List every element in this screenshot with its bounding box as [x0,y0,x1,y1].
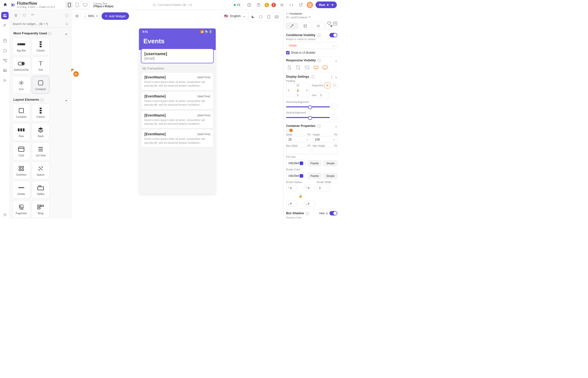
avatar[interactable] [307,2,313,8]
preview-icon[interactable] [257,14,264,20]
widget-stack[interactable]: Stack [32,123,50,141]
zoom-in[interactable]: + [96,14,98,18]
width-input[interactable]: 25∞ [286,136,311,143]
language-selector[interactable]: 🇺🇸English⌄ [221,12,249,20]
zoom-out[interactable]: − [84,14,86,18]
nav-media-icon[interactable] [1,67,9,74]
widget-card[interactable]: Card [12,142,30,160]
edit-id-icon[interactable]: ✎ [309,16,311,19]
palette-button[interactable]: Palette [308,160,321,166]
expansion-icon-2[interactable] [331,82,337,88]
event-card[interactable]: [EventName][dateTime]Event Lorem ipsum d… [141,73,213,90]
v-align-value[interactable] [331,114,337,120]
widget-wrap[interactable]: Wrap [32,200,50,218]
widget-switchlisttile[interactable]: SwitchListTile [12,57,30,74]
nav-tree-icon[interactable] [1,22,9,29]
palette-button[interactable]: Palette [308,173,321,179]
dark-mode-icon[interactable] [249,14,256,20]
widget-column2[interactable]: Column [32,104,50,121]
event-card[interactable]: [EventName][dateTime]Event Lorem ipsum d… [141,111,213,128]
nav-storage-icon[interactable] [1,47,9,54]
document-icon[interactable] [12,12,19,19]
h-align-slider[interactable] [286,106,330,107]
widget-text[interactable]: TText [32,57,50,74]
maxwidth-input[interactable] [286,147,311,154]
chevron-down-icon[interactable]: ⌄ [335,75,337,79]
nav-custom-icon[interactable] [1,77,9,84]
info-icon[interactable]: i [64,13,69,17]
component-icon[interactable] [29,12,36,19]
chevron-down-icon[interactable]: ⌄ [335,59,337,62]
resp-phone-off[interactable] [286,64,293,71]
keyboard-icon[interactable] [273,14,280,20]
conditional-visibility-toggle[interactable] [329,33,337,37]
device-phone[interactable] [66,2,73,8]
widget-divider[interactable]: Divider [12,181,30,199]
open-external-icon[interactable] [297,1,304,8]
simple-button[interactable]: Simple [323,173,337,179]
search-widget[interactable] [12,21,69,27]
border-width-input[interactable]: 2 [317,185,329,191]
code-icon[interactable] [288,1,295,8]
event-card[interactable]: [EventName][dateTime]Event Lorem ipsum d… [141,92,213,109]
canvas[interactable]: − 90% + +Add Widget 🇺🇸English⌄ DL 9:41 📶… [71,10,283,218]
section-mfu[interactable]: Most Frequently Usedi ⌄ [10,29,71,37]
run-button[interactable]: Run ▾ [316,1,337,8]
command-palette[interactable]: Command Palette (⌘ + k) [153,3,192,7]
add-gem-icon[interactable] [333,21,337,26]
v-align-slider[interactable] [286,117,330,118]
widget-pageview[interactable]: PageView [12,200,30,218]
device-tablet[interactable] [74,2,81,8]
padding-control[interactable]: 20 0 0 0 🔒 [286,83,309,97]
lock-icon[interactable]: 🔒 [296,88,300,92]
widget-tabbar[interactable]: TabBar [32,181,50,199]
radius-lock-icon[interactable]: 🔒 [298,194,303,198]
height-input[interactable]: 100∞ [313,136,338,143]
radius-tr[interactable]: ⌝8 [304,185,315,191]
nav-database-icon[interactable] [1,37,9,45]
diamond-icon[interactable] [21,12,28,19]
section-layout[interactable]: Layout Elementsi ⌄ [10,96,71,104]
event-card[interactable]: [EventName][dateTime]Event Lorem ipsum d… [141,130,213,147]
resp-tablet-off[interactable] [295,64,301,71]
tab-actions[interactable] [312,23,325,29]
nav-api-icon[interactable] [1,57,9,64]
expansion-icon-1[interactable] [324,82,330,88]
resp-desktop-on[interactable] [313,64,319,71]
widget-gridview[interactable]: GridView [12,162,30,179]
widget-row[interactable]: Row [12,123,30,141]
phone-user-card[interactable]: [username] [email] [141,48,214,63]
notification-badge-2[interactable]: 2 [271,3,276,7]
bug-icon[interactable] [278,1,285,8]
widget-container2[interactable]: Container [12,104,30,121]
fill-color-input[interactable]: #4b39ef [286,160,306,167]
home-icon[interactable] [3,2,8,7]
add-icon[interactable] [246,1,253,8]
shape-circle[interactable] [286,129,289,132]
notification-badge-1[interactable]: 5 [265,3,269,7]
flex-input[interactable]: 0 [318,92,329,99]
resp-desktop2-on[interactable] [322,64,328,71]
chevron-down-icon[interactable]: ⌄ [335,124,337,128]
tab-layout[interactable] [299,23,311,29]
phone-icon[interactable] [265,14,272,20]
widget-container[interactable]: Container [32,76,50,94]
more-icon[interactable]: ⋮ [330,75,333,79]
radius-bl[interactable]: ⌞8 [286,200,297,207]
shape-rect[interactable] [290,129,293,132]
simple-button[interactable]: Simple [323,160,337,166]
box-shadow-toggle[interactable] [329,211,337,215]
nav-widgets-icon[interactable] [1,12,9,19]
canvas-layers-icon[interactable] [73,12,81,20]
hide-config-icon[interactable]: ⎘ [326,212,328,215]
border-color-input[interactable]: #4b39ef [286,172,306,179]
widget-spacer[interactable]: Spacer [32,162,50,179]
widget-appbar[interactable]: App Bar [12,37,30,55]
radius-br[interactable]: ⌟8 [304,200,315,207]
visibility-condition[interactable]: Unset⌄ [286,42,337,49]
show-in-builder[interactable]: Show in UI Builder [286,51,337,54]
h-align-value[interactable] [331,103,337,109]
device-desktop[interactable] [82,2,89,8]
widget-icon[interactable]: Icon [12,76,30,94]
widget-column[interactable]: Column [32,37,50,55]
